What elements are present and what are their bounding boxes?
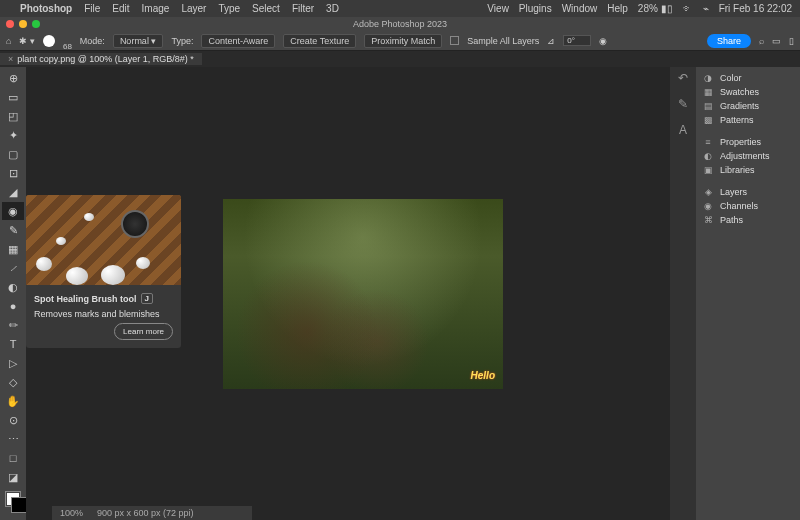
canvas-area: Spot Healing Brush tool J Removes marks … bbox=[26, 67, 670, 520]
history-brush-tool[interactable]: ⟋ bbox=[2, 259, 24, 277]
menu-image[interactable]: Image bbox=[142, 3, 170, 14]
panel-channels[interactable]: ◉Channels bbox=[702, 199, 794, 213]
window-title: Adobe Photoshop 2023 bbox=[353, 19, 447, 29]
pressure-icon[interactable]: ◉ bbox=[599, 36, 607, 46]
right-panels: ◑Color ▦Swatches ▤Gradients ▩Patterns ≡P… bbox=[696, 67, 800, 520]
tools-panel: ⊕ ▭ ◰ ✦ ▢ ⊡ ◢ ◉ ✎ ▦ ⟋ ◐ ● ✏ T ▷ ◇ ✋ ⊙ ⋯ … bbox=[0, 67, 26, 520]
blur-tool[interactable]: ✏ bbox=[2, 316, 24, 334]
menu-window[interactable]: Window bbox=[562, 3, 598, 14]
sample-all-checkbox[interactable] bbox=[450, 36, 459, 45]
history-icon[interactable]: ↶ bbox=[678, 71, 688, 85]
gradient-tool[interactable]: ● bbox=[2, 297, 24, 315]
lasso-tool[interactable]: ◰ bbox=[2, 107, 24, 125]
libraries-icon: ▣ bbox=[702, 165, 714, 175]
doc-dimensions: 900 px x 600 px (72 ppi) bbox=[97, 508, 194, 518]
mode-label: Mode: bbox=[80, 36, 105, 46]
panel-patterns[interactable]: ▩Patterns bbox=[702, 113, 794, 127]
document-tab[interactable]: × plant copy.png @ 100% (Layer 1, RGB/8#… bbox=[0, 53, 202, 65]
panel-paths[interactable]: ⌘Paths bbox=[702, 213, 794, 227]
brush-tool[interactable]: ✎ bbox=[2, 221, 24, 239]
close-window-button[interactable] bbox=[6, 20, 14, 28]
tooltip-preview-image bbox=[26, 195, 181, 285]
gradients-icon: ▤ bbox=[702, 101, 714, 111]
document-canvas[interactable] bbox=[223, 199, 503, 389]
clone-stamp-tool[interactable]: ▦ bbox=[2, 240, 24, 258]
crop-tool[interactable]: ▢ bbox=[2, 145, 24, 163]
macos-menubar: Photoshop File Edit Image Layer Type Sel… bbox=[0, 0, 800, 17]
adjustments-icon: ◐ bbox=[702, 151, 714, 161]
move-tool[interactable]: ⊕ bbox=[2, 69, 24, 87]
control-center-icon[interactable]: ⌁ bbox=[703, 3, 709, 14]
menu-select[interactable]: Select bbox=[252, 3, 280, 14]
window-titlebar: Adobe Photoshop 2023 bbox=[0, 17, 800, 31]
wifi-icon[interactable]: ᯤ bbox=[683, 3, 693, 14]
type-create-texture[interactable]: Create Texture bbox=[283, 34, 356, 48]
panel-adjustments[interactable]: ◐Adjustments bbox=[702, 149, 794, 163]
eraser-tool[interactable]: ◐ bbox=[2, 278, 24, 296]
edit-toolbar[interactable]: ⋯ bbox=[2, 430, 24, 448]
minimize-window-button[interactable] bbox=[19, 20, 27, 28]
magic-wand-tool[interactable]: ✦ bbox=[2, 126, 24, 144]
angle-input[interactable]: 0° bbox=[563, 35, 591, 46]
patterns-icon: ▩ bbox=[702, 115, 714, 125]
healing-brush-tool[interactable]: ◉ bbox=[2, 202, 24, 220]
marquee-tool[interactable]: ▭ bbox=[2, 88, 24, 106]
mode-select[interactable]: Normal ▾ bbox=[113, 34, 164, 48]
battery-status[interactable]: 28% ▮▯ bbox=[638, 3, 673, 14]
panel-libraries[interactable]: ▣Libraries bbox=[702, 163, 794, 177]
home-icon[interactable]: ⌂ bbox=[6, 36, 11, 46]
sample-all-label: Sample All Layers bbox=[467, 36, 539, 46]
pen-tool[interactable]: ▷ bbox=[2, 354, 24, 372]
rect-tool[interactable]: □ bbox=[2, 449, 24, 467]
menu-view[interactable]: View bbox=[487, 3, 509, 14]
menu-help[interactable]: Help bbox=[607, 3, 628, 14]
properties-icon: ≡ bbox=[702, 137, 714, 147]
type-tool[interactable]: T bbox=[2, 335, 24, 353]
panel-layers[interactable]: ◈Layers bbox=[702, 185, 794, 199]
share-button[interactable]: Share bbox=[707, 34, 751, 48]
type-proximity-match[interactable]: Proximity Match bbox=[364, 34, 442, 48]
tooltip-description: Removes marks and blemishes bbox=[34, 309, 173, 319]
tooltip-shortcut: J bbox=[141, 293, 153, 304]
type-label: Type: bbox=[171, 36, 193, 46]
color-swatches[interactable] bbox=[5, 491, 21, 507]
frame-tool[interactable]: ⊡ bbox=[2, 164, 24, 182]
app-name[interactable]: Photoshop bbox=[20, 3, 72, 14]
zoom-level[interactable]: 100% bbox=[60, 508, 83, 518]
datetime[interactable]: Fri Feb 16 22:02 bbox=[719, 3, 792, 14]
quick-mask[interactable]: ◪ bbox=[2, 468, 24, 486]
panel-properties[interactable]: ≡Properties bbox=[702, 135, 794, 149]
menu-layer[interactable]: Layer bbox=[181, 3, 206, 14]
angle-icon: ⊿ bbox=[547, 36, 555, 46]
eyedropper-tool[interactable]: ◢ bbox=[2, 183, 24, 201]
brushes-icon[interactable]: ✎ bbox=[678, 97, 688, 111]
search-icon[interactable]: ⌕ bbox=[759, 36, 764, 46]
hand-tool[interactable]: ✋ bbox=[2, 392, 24, 410]
menu-type[interactable]: Type bbox=[218, 3, 240, 14]
channels-icon: ◉ bbox=[702, 201, 714, 211]
close-tab-icon[interactable]: × bbox=[8, 54, 13, 64]
panel-color[interactable]: ◑Color bbox=[702, 71, 794, 85]
brush-size: 68 bbox=[63, 42, 72, 51]
tool-tooltip: Spot Healing Brush tool J Removes marks … bbox=[26, 195, 181, 348]
learn-more-button[interactable]: Learn more bbox=[114, 323, 173, 340]
brush-preview[interactable] bbox=[43, 35, 55, 47]
menu-file[interactable]: File bbox=[84, 3, 100, 14]
menu-edit[interactable]: Edit bbox=[112, 3, 129, 14]
workspace-icon[interactable]: ▭ bbox=[772, 36, 781, 46]
status-bar: 100% 900 px x 600 px (72 ppi) bbox=[52, 506, 252, 520]
panel-gradients[interactable]: ▤Gradients bbox=[702, 99, 794, 113]
panel-swatches[interactable]: ▦Swatches bbox=[702, 85, 794, 99]
document-tabs: × plant copy.png @ 100% (Layer 1, RGB/8#… bbox=[0, 51, 800, 67]
paths-icon: ⌘ bbox=[702, 215, 714, 225]
type-content-aware[interactable]: Content-Aware bbox=[201, 34, 275, 48]
menu-filter[interactable]: Filter bbox=[292, 3, 314, 14]
path-select-tool[interactable]: ◇ bbox=[2, 373, 24, 391]
arrange-icon[interactable]: ▯ bbox=[789, 36, 794, 46]
menu-3d[interactable]: 3D bbox=[326, 3, 339, 14]
zoom-tool[interactable]: ⊙ bbox=[2, 411, 24, 429]
tool-preset-icon[interactable]: ✱ ▾ bbox=[19, 36, 35, 46]
menu-plugins[interactable]: Plugins bbox=[519, 3, 552, 14]
char-icon[interactable]: A bbox=[679, 123, 687, 137]
maximize-window-button[interactable] bbox=[32, 20, 40, 28]
